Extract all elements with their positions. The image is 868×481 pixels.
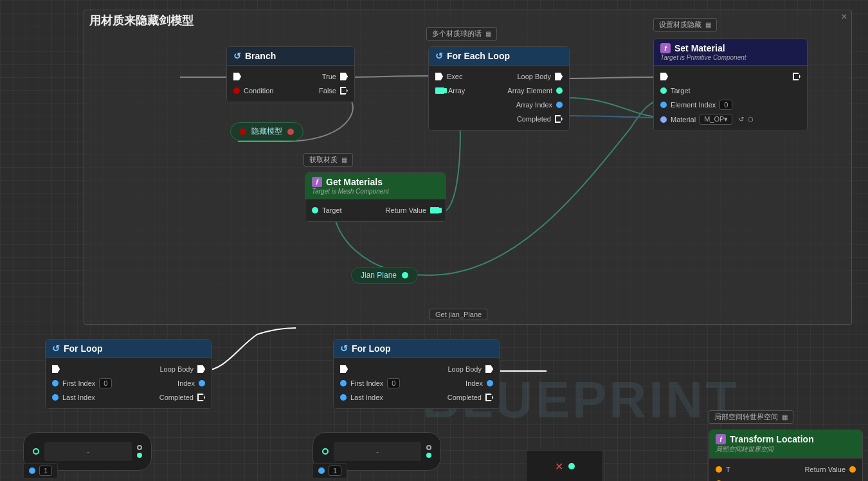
get-materials-return-pin[interactable] <box>430 207 439 213</box>
for-loop-1-completed-label: Completed <box>159 394 194 401</box>
set-material-exec-out-pin[interactable] <box>793 73 800 80</box>
for-each-loop-header: ↺ For Each Loop <box>429 47 569 66</box>
for-loop-1-first-pin[interactable] <box>52 380 59 386</box>
bottom-right-partial-node: ✕ <box>526 450 603 481</box>
comment-local-icon: ▦ <box>782 413 788 421</box>
for-loop-2-val-out[interactable] <box>318 467 325 474</box>
for-loop-2-completed-label: Completed <box>448 394 482 401</box>
comment-get: 获取材质 ▦ <box>303 153 353 167</box>
jian-plane-out-pin[interactable] <box>402 272 408 278</box>
for-loop-2-sub-right-pin-1[interactable] <box>426 445 431 450</box>
for-each-array-index-pin[interactable] <box>556 102 563 108</box>
for-loop-1-sub-left-pin[interactable] <box>33 448 39 455</box>
comment-set: 设置材质隐藏 ▦ <box>653 18 717 32</box>
for-loop-1-loop-body-pin[interactable] <box>197 365 205 373</box>
for-each-completed-label: Completed <box>517 115 551 123</box>
for-loop-1-val-out[interactable] <box>29 467 35 474</box>
transform-location-node: f Transform Location 局部空间转世界空间 T Return … <box>709 430 863 481</box>
for-each-loop-icon: ↺ <box>435 51 443 61</box>
for-each-array-element-label: Array Element <box>507 87 552 95</box>
set-material-node: f Set Material Target is Primitive Compo… <box>653 39 808 131</box>
comment-main-title: 用材质来隐藏剑模型 <box>89 14 194 27</box>
for-each-exec-in-pin[interactable] <box>435 73 443 80</box>
branch-condition-pin[interactable] <box>233 87 240 94</box>
branch-exec-row: True <box>227 69 354 84</box>
for-each-array-label: Array <box>448 87 465 95</box>
branch-node: ↺ Branch True Condition False <box>226 46 355 102</box>
x-icon: ✕ <box>555 460 563 473</box>
set-material-target-pin[interactable] <box>660 87 667 94</box>
get-materials-func-icon: f <box>312 177 322 187</box>
for-each-array-index-label: Array Index <box>516 101 552 109</box>
branch-title: Branch <box>245 51 276 61</box>
set-material-link-icon[interactable]: ⬡ <box>748 116 754 123</box>
transform-location-t-pin[interactable] <box>716 466 722 473</box>
for-loop-1-exec-in-pin[interactable] <box>52 365 60 373</box>
set-material-target-label: Target <box>671 87 691 95</box>
for-loop-1-index-pin[interactable] <box>199 380 205 386</box>
for-loop-1-last-pin[interactable] <box>52 394 59 401</box>
transform-location-return-pin[interactable] <box>849 466 856 473</box>
set-material-subtitle: Target is Primitive Component <box>660 54 746 61</box>
comment-materials-icon: ▦ <box>485 30 491 37</box>
for-each-loop-body-pin[interactable] <box>555 73 563 80</box>
get-materials-header: f Get Materials Target is Mesh Component <box>305 173 446 199</box>
for-loop-2-first-val[interactable]: 0 <box>387 378 400 388</box>
for-loop-2-completed-pin[interactable] <box>485 394 493 401</box>
comment-materials: 多个材质球的话 ▦ <box>426 27 497 41</box>
jian-plane-node: Jian Plane <box>351 267 418 284</box>
for-loop-1-sub-right-pin-2[interactable] <box>137 453 142 458</box>
get-materials-return-label: Return Value <box>386 206 426 214</box>
branch-exec-in-pin[interactable] <box>233 73 241 80</box>
for-each-array-element-pin[interactable] <box>556 87 563 94</box>
for-each-completed-pin[interactable] <box>555 115 563 123</box>
for-loop-2-exec-in-pin[interactable] <box>340 365 348 373</box>
hide-model-out-pin[interactable] <box>240 129 246 135</box>
set-material-material-pin[interactable] <box>660 116 667 123</box>
set-material-element-val[interactable]: 0 <box>719 100 732 110</box>
partial-pin[interactable] <box>568 463 575 469</box>
set-material-element-pin[interactable] <box>660 102 667 108</box>
branch-false-pin[interactable] <box>340 87 348 95</box>
for-loop-2-first-row: First Index 0 Index <box>334 376 500 390</box>
for-loop-2-header: ↺ For Loop <box>334 340 500 358</box>
for-loop-1-sub-right-pin-1[interactable] <box>137 445 142 450</box>
branch-condition-row: Condition False <box>227 84 354 98</box>
get-materials-node: f Get Materials Target is Mesh Component… <box>305 172 446 222</box>
for-loop-2-last-pin[interactable] <box>340 394 347 401</box>
for-loop-1-val[interactable]: 1 <box>39 466 52 476</box>
set-material-exec-in-pin[interactable] <box>660 73 668 80</box>
branch-header: ↺ Branch <box>227 47 354 66</box>
for-loop-1-index-label: Index <box>177 379 195 387</box>
set-material-element-label: Element Index <box>671 101 716 109</box>
for-each-completed-row: Completed <box>429 112 569 126</box>
transform-location-func-icon: f <box>716 434 726 444</box>
for-loop-2-first-pin[interactable] <box>340 380 347 386</box>
for-loop-2-index-pin[interactable] <box>487 380 493 386</box>
for-loop-2-sub-left-pin[interactable] <box>322 448 329 455</box>
for-each-exec-row: Exec Loop Body <box>429 69 569 84</box>
for-loop-2-index-label: Index <box>466 379 483 387</box>
hide-model-label: 隐藏模型 <box>251 126 282 137</box>
for-loop-1-title: For Loop <box>64 343 103 354</box>
for-loop-2-body: Loop Body First Index 0 Index Last Index… <box>334 358 500 408</box>
hide-model-right-pin[interactable] <box>287 129 294 135</box>
for-each-array-in-pin[interactable] <box>435 87 444 94</box>
comment-close[interactable]: ✕ <box>841 12 847 21</box>
for-loop-2-sub-right-pin-2[interactable] <box>426 453 431 458</box>
for-loop-2-icon: ↺ <box>340 343 348 354</box>
for-loop-1-first-val[interactable]: 0 <box>99 378 112 388</box>
get-materials-target-pin[interactable] <box>312 207 318 213</box>
for-loop-1-last-row: Last Index Completed <box>46 390 212 404</box>
for-loop-2-last-label: Last Index <box>350 394 383 401</box>
for-loop-1-first-label: First Index <box>62 379 95 387</box>
set-material-material-val[interactable]: M_OP▾ <box>700 114 732 125</box>
branch-true-pin[interactable] <box>340 73 348 80</box>
set-material-reset-icon[interactable]: ↺ <box>739 116 744 123</box>
for-loop-2-loop-body-pin[interactable] <box>485 365 493 373</box>
get-materials-title: Get Materials <box>326 177 383 187</box>
for-each-loop-body: Exec Loop Body Array Array Element Array… <box>429 66 569 130</box>
get-materials-subtitle: Target is Mesh Component <box>312 188 389 195</box>
for-loop-2-val[interactable]: 1 <box>329 466 341 476</box>
for-loop-1-completed-pin[interactable] <box>197 394 205 401</box>
